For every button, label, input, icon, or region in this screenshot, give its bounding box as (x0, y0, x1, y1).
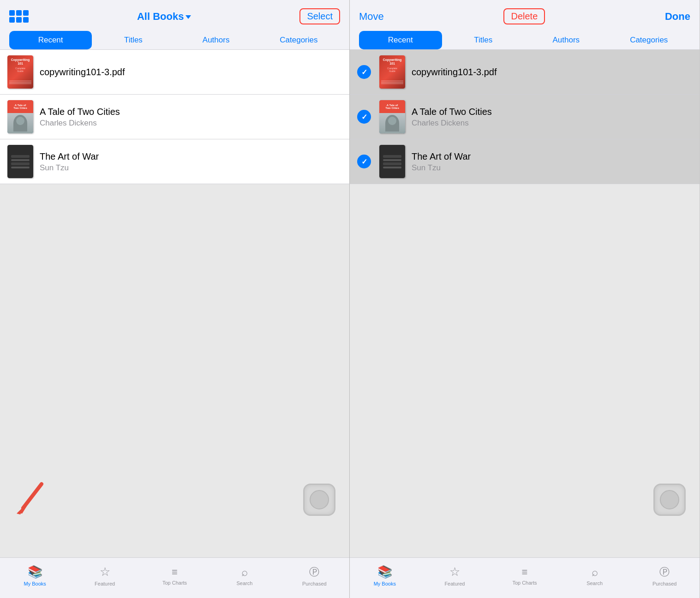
book-author-tale-right: Charles Dickens (412, 119, 692, 128)
purchased-icon-right: Ⓟ (659, 565, 670, 579)
book-cover-copywriting-right: Copywriting 101 CompleteGuide (379, 55, 405, 89)
left-empty-area (0, 304, 349, 557)
top-charts-icon-left: ≡ (172, 566, 178, 578)
red-arrow-indicator (14, 479, 51, 518)
select-circle-copywriting (357, 65, 371, 79)
move-button[interactable]: Move (359, 11, 384, 23)
all-books-label: All Books (137, 11, 184, 23)
tab-bar-purchased-right[interactable]: Ⓟ Purchased (629, 565, 700, 586)
right-tab-bar: 📚 My Books ☆ Featured ≡ Top Charts ⌕ Sea… (350, 557, 700, 598)
book-cover-war-left (7, 145, 33, 178)
chevron-down-icon (185, 15, 191, 19)
left-book-list: Copywriting 101 CompleteGuide copywritin… (0, 50, 349, 304)
tab-titles-left[interactable]: Titles (92, 31, 174, 49)
right-book-list: Copywriting 101 CompleteGuide copywritin… (350, 50, 700, 304)
book-item-tale-right[interactable]: A Tale ofTwo Cities A Tale of Two Cities… (350, 95, 700, 139)
book-cover-tale-left: A Tale ofTwo Cities (7, 100, 33, 133)
search-icon-right: ⌕ (592, 566, 598, 579)
top-charts-icon-right: ≡ (522, 566, 528, 578)
left-panel: All Books Select Recent Titles Authors C… (0, 0, 350, 598)
tab-bar-top-charts-right[interactable]: ≡ Top Charts (490, 566, 560, 586)
book-item-copywriting-right[interactable]: Copywriting 101 CompleteGuide copywritin… (350, 50, 700, 95)
right-header: Move Delete Done Recent Titles Authors C… (350, 0, 700, 50)
book-info-copywriting-right: copywriting101-3.pdf (412, 66, 692, 78)
home-button-left[interactable] (303, 484, 335, 516)
book-title-war-right: The Art of War (412, 150, 692, 162)
svg-line-0 (23, 484, 42, 508)
done-button[interactable]: Done (665, 11, 690, 23)
left-header: All Books Select Recent Titles Authors C… (0, 0, 349, 50)
featured-icon-right: ☆ (449, 565, 460, 579)
tab-bar-search-left[interactable]: ⌕ Search (209, 566, 279, 586)
tab-categories-left[interactable]: Categories (257, 31, 340, 49)
purchased-icon-left: Ⓟ (309, 565, 319, 579)
right-header-top: Move Delete Done (359, 8, 690, 31)
select-button[interactable]: Select (299, 8, 340, 24)
my-books-label-right: My Books (374, 581, 396, 586)
book-title-tale-right: A Tale of Two Cities (412, 106, 692, 118)
book-title-tale-left: A Tale of Two Cities (40, 106, 342, 118)
tab-bar-my-books-left[interactable]: 📚 My Books (0, 565, 70, 586)
tab-bar-search-right[interactable]: ⌕ Search (560, 566, 630, 586)
my-books-label-left: My Books (24, 581, 46, 586)
search-label-right: Search (586, 580, 603, 586)
home-button-right[interactable] (653, 484, 686, 516)
tab-recent-right[interactable]: Recent (359, 31, 442, 49)
search-icon-left: ⌕ (241, 566, 248, 579)
book-cover-war-right (379, 145, 405, 178)
featured-icon-left: ☆ (100, 565, 110, 579)
tab-authors-left[interactable]: Authors (175, 31, 257, 49)
search-label-left: Search (236, 580, 252, 586)
book-title-war-left: The Art of War (40, 150, 342, 162)
books-divider-left (0, 184, 349, 197)
top-charts-label-right: Top Charts (512, 580, 537, 586)
right-tabs: Recent Titles Authors Categories (359, 31, 690, 49)
book-item-tale-left[interactable]: A Tale ofTwo Cities A Tale of Two Cities… (0, 95, 349, 139)
book-author-war-left: Sun Tzu (40, 163, 342, 173)
tab-authors-right[interactable]: Authors (525, 31, 608, 49)
book-item-war-left[interactable]: The Art of War Sun Tzu (0, 139, 349, 184)
purchased-label-left: Purchased (302, 581, 327, 586)
tab-categories-right[interactable]: Categories (608, 31, 691, 49)
tab-bar-top-charts-left[interactable]: ≡ Top Charts (140, 566, 209, 586)
book-author-tale-left: Charles Dickens (40, 119, 342, 128)
left-tab-bar: 📚 My Books ☆ Featured ≡ Top Charts ⌕ Sea… (0, 557, 349, 598)
tab-bar-featured-left[interactable]: ☆ Featured (70, 565, 139, 586)
all-books-button[interactable]: All Books (137, 11, 191, 23)
book-title-copywriting-right: copywriting101-3.pdf (412, 66, 692, 78)
featured-label-right: Featured (444, 581, 465, 586)
book-info-tale-right: A Tale of Two Cities Charles Dickens (412, 106, 692, 128)
right-empty-area (350, 304, 700, 557)
book-info-war-right: The Art of War Sun Tzu (412, 150, 692, 173)
books-divider-right (350, 184, 700, 197)
tab-recent-left[interactable]: Recent (9, 31, 92, 49)
featured-label-left: Featured (95, 581, 115, 586)
book-title-copywriting-left: copywriting101-3.pdf (40, 66, 342, 78)
my-books-icon-right: 📚 (377, 565, 392, 579)
grid-view-icon[interactable] (9, 10, 29, 23)
book-item-war-right[interactable]: The Art of War Sun Tzu (350, 139, 700, 184)
book-info-war-left: The Art of War Sun Tzu (40, 150, 342, 173)
book-item-copywriting-left[interactable]: Copywriting 101 CompleteGuide copywritin… (0, 50, 349, 95)
delete-button[interactable]: Delete (503, 8, 545, 24)
book-author-war-right: Sun Tzu (412, 163, 692, 173)
book-cover-copywriting-left: Copywriting 101 CompleteGuide (7, 55, 33, 89)
left-tabs: Recent Titles Authors Categories (9, 31, 340, 49)
book-info-copywriting-left: copywriting101-3.pdf (40, 66, 342, 78)
book-cover-tale-right: A Tale ofTwo Cities (379, 100, 405, 133)
purchased-label-right: Purchased (652, 581, 677, 586)
select-circle-tale (357, 110, 371, 124)
select-circle-war (357, 155, 371, 168)
tab-titles-right[interactable]: Titles (442, 31, 525, 49)
top-charts-label-left: Top Charts (162, 580, 187, 586)
book-info-tale-left: A Tale of Two Cities Charles Dickens (40, 106, 342, 128)
tab-bar-featured-right[interactable]: ☆ Featured (420, 565, 490, 586)
my-books-icon-left: 📚 (28, 565, 42, 579)
right-panel: Move Delete Done Recent Titles Authors C… (350, 0, 700, 598)
left-header-top: All Books Select (9, 8, 340, 31)
tab-bar-purchased-left[interactable]: Ⓟ Purchased (280, 565, 349, 586)
tab-bar-my-books-right[interactable]: 📚 My Books (350, 565, 420, 586)
